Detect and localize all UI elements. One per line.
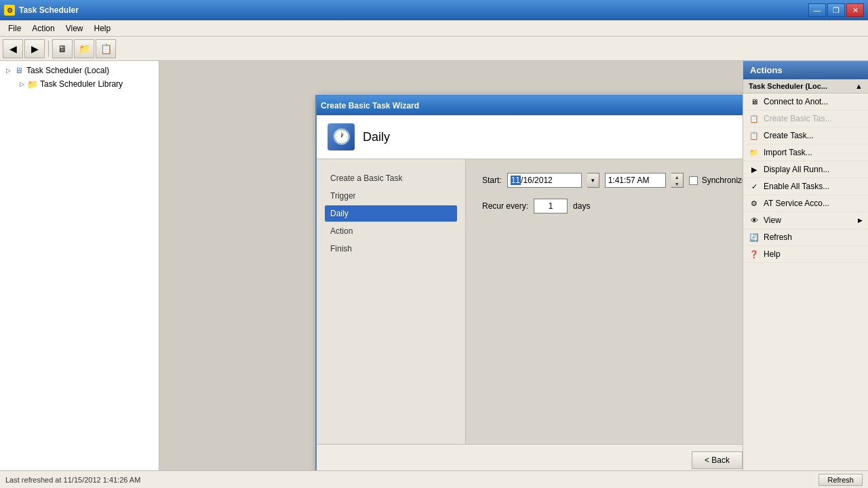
dialog-content: Start: 11/16/2012 ▼ 1:41:57 AM — [466, 159, 743, 444]
time-up-button[interactable]: ▲ — [671, 174, 683, 180]
display-running-icon: ▶ — [749, 164, 760, 175]
toolbar: ◀ ▶ 🖥 📁 📋 — [0, 37, 868, 61]
refresh-icon: 🔄 — [749, 232, 760, 243]
action-view[interactable]: 👁 View ▶ — [743, 212, 868, 229]
at-service-icon: ⚙ — [749, 198, 760, 209]
recur-row: Recur every: days — [482, 199, 743, 214]
action-display-running[interactable]: ▶ Display All Runn... — [743, 161, 868, 178]
action-refresh-label: Refresh — [764, 232, 792, 242]
actions-section-title: Task Scheduler (Loc... — [749, 82, 827, 90]
action-create-basic-label: Create Basic Tas... — [764, 114, 832, 123]
create-task-dialog: Create Basic Task Wizard ✕ 🕐 Daily Creat… — [315, 95, 743, 470]
menu-action[interactable]: Action — [26, 22, 60, 35]
action-import[interactable]: 📁 Import Task... — [743, 144, 868, 161]
start-row: Start: 11/16/2012 ▼ 1:41:57 AM — [482, 173, 743, 188]
import-icon: 📁 — [749, 147, 760, 158]
action-connect-label: Connect to Anot... — [764, 97, 828, 106]
wizard-step-create[interactable]: Create a Basic Task — [325, 170, 457, 186]
wizard-step-finish[interactable]: Finish — [325, 241, 457, 257]
wizard-step-daily[interactable]: Daily — [325, 205, 457, 222]
expand-icon-local[interactable]: ▷ — [3, 65, 14, 76]
view-submenu-arrow: ▶ — [858, 217, 863, 224]
time-input[interactable]: 1:41:57 AM — [605, 173, 666, 188]
menu-view[interactable]: View — [60, 22, 89, 35]
title-controls: — ❐ ✕ — [808, 3, 864, 17]
main-layout: ▷ 🖥 Task Scheduler (Local) ▷ 📁 Task Sche… — [0, 61, 868, 470]
action-at-service[interactable]: ⚙ AT Service Acco... — [743, 195, 868, 212]
back-button[interactable]: < Back — [692, 451, 743, 469]
action-display-running-label: Display All Runn... — [764, 165, 829, 174]
date-dropdown-button[interactable]: ▼ — [587, 173, 599, 188]
recur-unit: days — [573, 201, 590, 211]
status-refresh-button[interactable]: Refresh — [818, 474, 863, 486]
tree-label-library: Task Scheduler Library — [40, 79, 123, 89]
right-panel: Actions Task Scheduler (Loc... ▲ 🖥 Conne… — [743, 61, 868, 470]
action-create-task-label: Create Task... — [764, 131, 814, 140]
action-view-label: View — [764, 216, 781, 225]
title-bar: ⚙ Task Scheduler — ❐ ✕ — [0, 0, 868, 20]
left-panel: ▷ 🖥 Task Scheduler (Local) ▷ 📁 Task Sche… — [0, 61, 159, 470]
help-icon: ❓ — [749, 249, 760, 260]
dialog-title-bar: Create Basic Task Wizard ✕ — [317, 96, 743, 115]
clock-icon: 🕐 — [332, 128, 351, 146]
dialog-header-title: Daily — [363, 130, 390, 144]
tree-item-local[interactable]: ▷ 🖥 Task Scheduler (Local) — [0, 64, 159, 77]
connect-icon: 🖥 — [749, 96, 760, 107]
toolbar-forward[interactable]: ▶ — [24, 39, 45, 58]
create-task-icon: 📋 — [749, 130, 760, 141]
action-connect[interactable]: 🖥 Connect to Anot... — [743, 94, 868, 110]
status-text: Last refreshed at 11/15/2012 1:41:26 AM — [5, 476, 140, 484]
dialog-header: 🕐 Daily — [317, 115, 743, 159]
center-panel: Create Basic Task Wizard ✕ 🕐 Daily Creat… — [159, 61, 743, 470]
actions-header: Actions — [743, 61, 868, 79]
action-import-label: Import Task... — [764, 148, 812, 157]
minimize-button[interactable]: — — [808, 3, 826, 17]
action-create-task[interactable]: 📋 Create Task... — [743, 127, 868, 144]
sync-checkbox-row: Synchronize across time zones — [689, 176, 743, 185]
time-value: 1:41:57 AM — [608, 176, 650, 185]
wizard-step-action[interactable]: Action — [325, 223, 457, 239]
view-icon: 👁 — [749, 215, 760, 226]
dialog-body: Create a Basic Task Trigger Daily Action… — [317, 159, 743, 444]
action-help-label: Help — [764, 249, 781, 259]
computer-icon: 🖥 — [14, 65, 24, 76]
action-at-service-label: AT Service Acco... — [764, 199, 829, 208]
dialog-header-icon: 🕐 — [328, 123, 355, 150]
actions-section-collapse[interactable]: ▲ — [855, 82, 863, 90]
enable-all-icon: ✓ — [749, 181, 760, 192]
time-down-button[interactable]: ▼ — [671, 180, 683, 187]
sync-checkbox[interactable] — [689, 176, 698, 185]
recur-input[interactable] — [534, 199, 568, 214]
date-input[interactable]: 11/16/2012 — [507, 173, 582, 188]
close-button[interactable]: ✕ — [846, 3, 864, 17]
tree-item-library[interactable]: ▷ 📁 Task Scheduler Library — [0, 77, 159, 91]
dialog-footer: < Back Next > Cancel — [317, 444, 743, 470]
action-enable-all[interactable]: ✓ Enable All Tasks... — [743, 178, 868, 195]
toolbar-computer[interactable]: 🖥 — [52, 39, 73, 58]
start-label: Start: — [482, 176, 502, 185]
sync-label: Synchronize across time zones — [702, 176, 743, 185]
menu-help[interactable]: Help — [89, 22, 117, 35]
time-spinner[interactable]: ▲ ▼ — [671, 173, 684, 188]
window-title: Task Scheduler — [19, 5, 79, 15]
dialog-title: Create Basic Task Wizard — [321, 101, 419, 110]
wizard-step-trigger[interactable]: Trigger — [325, 188, 457, 204]
app-icon: ⚙ — [4, 5, 15, 16]
recur-label: Recur every: — [482, 201, 528, 211]
restore-button[interactable]: ❐ — [827, 3, 845, 17]
toolbar-folder[interactable]: 📁 — [74, 39, 94, 58]
create-basic-icon: 📋 — [749, 113, 760, 124]
toolbar-sep-1 — [48, 41, 49, 57]
menu-file[interactable]: File — [3, 22, 26, 35]
folder-icon: 📁 — [27, 79, 38, 89]
action-help[interactable]: ❓ Help — [743, 246, 868, 263]
dialog-overlay: Create Basic Task Wizard ✕ 🕐 Daily Creat… — [159, 61, 743, 470]
action-create-basic[interactable]: 📋 Create Basic Tas... — [743, 110, 868, 127]
toolbar-task[interactable]: 📋 — [96, 39, 116, 58]
action-refresh[interactable]: 🔄 Refresh — [743, 229, 868, 246]
wizard-sidebar: Create a Basic Task Trigger Daily Action… — [317, 159, 466, 444]
expand-icon-library[interactable]: ▷ — [16, 79, 27, 89]
actions-section-header: Task Scheduler (Loc... ▲ — [743, 79, 868, 94]
toolbar-back[interactable]: ◀ — [3, 39, 23, 58]
menu-bar: File Action View Help — [0, 20, 868, 37]
